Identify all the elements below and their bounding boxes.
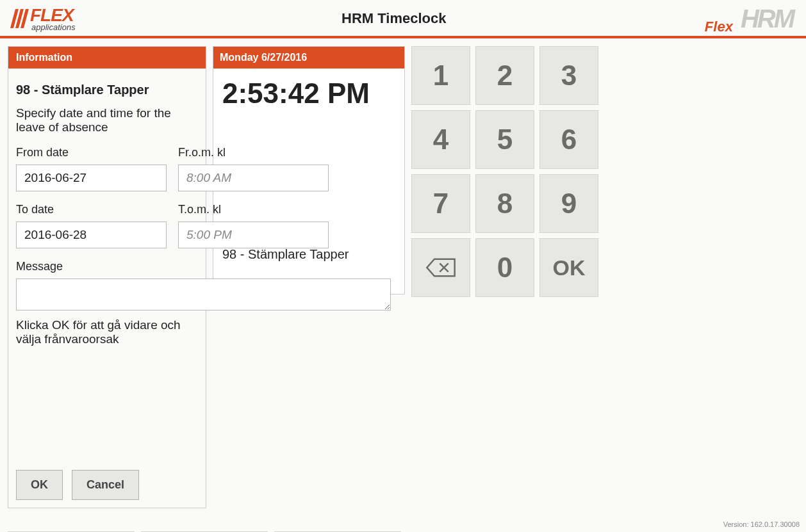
logo-bars-icon (13, 9, 26, 28)
cancel-button[interactable]: Cancel (72, 470, 139, 500)
info-panel: Information 98 - Stämplare Tapper Specif… (8, 46, 206, 508)
info-instruction: Specify date and time for the leave of a… (16, 106, 198, 134)
keypad-ok[interactable]: OK (539, 238, 598, 297)
from-time-label: Fr.o.m. kl (178, 146, 329, 159)
to-date-label: To date (16, 203, 167, 216)
message-input[interactable] (16, 278, 391, 310)
logo-right-hrm: HRM (741, 4, 793, 33)
to-time-label: T.o.m. kl (178, 203, 329, 216)
keypad-5[interactable]: 5 (475, 110, 534, 169)
logo-right: FlexHRM (712, 4, 793, 33)
info-user: 98 - Stämplare Tapper (16, 83, 198, 97)
logo-right-flex: Flex (705, 19, 733, 35)
to-date-input[interactable] (16, 222, 167, 248)
to-time-input[interactable] (178, 222, 329, 248)
logo-brand: FLEX (30, 6, 76, 24)
app-title: HRM Timeclock (341, 10, 446, 27)
keypad-1[interactable]: 1 (411, 46, 470, 105)
keypad-4[interactable]: 4 (411, 110, 470, 169)
from-time-input[interactable] (178, 165, 329, 191)
from-date-input[interactable] (16, 165, 167, 191)
keypad-3[interactable]: 3 (539, 46, 598, 105)
keypad-7[interactable]: 7 (411, 174, 470, 233)
keypad: 1 2 3 4 5 6 7 8 9 0 OK (411, 46, 805, 297)
keypad-backspace[interactable] (411, 238, 470, 297)
version-label: Version: 162.0.17.30008 (723, 520, 800, 528)
from-date-label: From date (16, 146, 167, 159)
logo-left: FLEX applications (13, 6, 76, 31)
message-label: Message (16, 260, 198, 273)
keypad-8[interactable]: 8 (475, 174, 534, 233)
keypad-9[interactable]: 9 (539, 174, 598, 233)
logo-subtext: applications (31, 23, 76, 31)
ok-button[interactable]: OK (16, 470, 63, 500)
app-header: FLEX applications HRM Timeclock FlexHRM (0, 0, 806, 38)
backspace-icon (425, 256, 457, 279)
info-hint: Klicka OK för att gå vidare och välja fr… (16, 318, 198, 346)
keypad-6[interactable]: 6 (539, 110, 598, 169)
keypad-2[interactable]: 2 (475, 46, 534, 105)
clock-time: 2:53:42 PM (213, 69, 404, 109)
info-header: Information (8, 47, 206, 69)
clock-date: Monday 6/27/2016 (213, 47, 404, 69)
keypad-0[interactable]: 0 (475, 238, 534, 297)
